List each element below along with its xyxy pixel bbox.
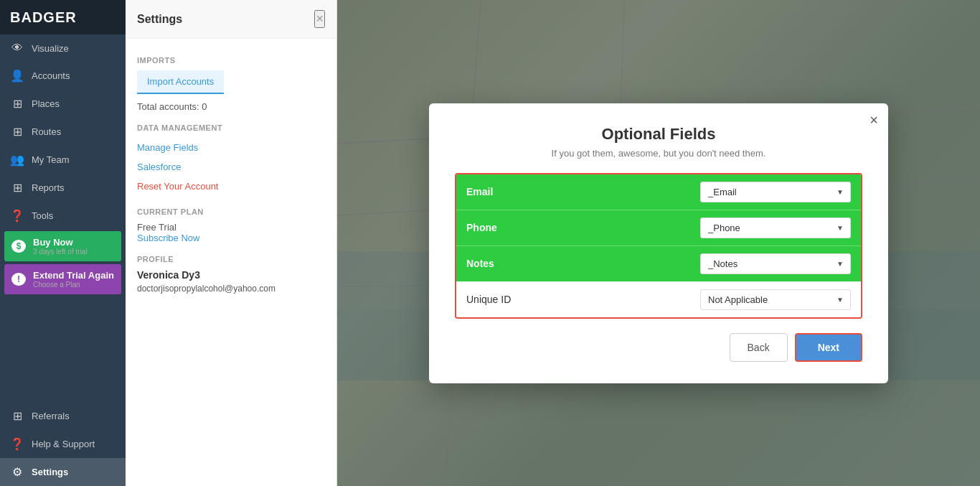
- sidebar-item-extend-trial[interactable]: ! Extend Trial Again Choose a Plan: [4, 264, 121, 294]
- notes-field-label: Notes: [466, 258, 700, 269]
- modal-close-button[interactable]: ×: [870, 112, 878, 128]
- current-plan-title: CURRENT PLAN: [137, 207, 325, 216]
- sidebar-item-label: Tools: [32, 210, 116, 221]
- total-accounts: Total accounts: 0: [137, 101, 325, 112]
- data-management-section: DATA MANAGEMENT Manage Fields Salesforce…: [137, 123, 325, 196]
- buy-now-sublabel: 3 days left of trial: [33, 248, 88, 256]
- buy-now-label: Buy Now: [33, 237, 88, 248]
- reset-account-link[interactable]: Reset Your Account: [137, 177, 325, 196]
- plan-name: Free Trial: [137, 222, 325, 233]
- data-management-title: DATA MANAGEMENT: [137, 123, 325, 132]
- optional-fields-modal: × Optional Fields If you got them, aweso…: [429, 103, 888, 383]
- modal-title: Optional Fields: [455, 125, 862, 144]
- unique-id-field-label: Unique ID: [466, 294, 700, 305]
- imports-section: IMPORTS Import Accounts Total accounts: …: [137, 56, 325, 112]
- map-background: × Optional Fields If you got them, aweso…: [337, 0, 980, 486]
- places-icon: ⊞: [10, 97, 24, 111]
- settings-panel: Settings × IMPORTS Import Accounts Total…: [126, 0, 337, 486]
- sidebar-item-my-team[interactable]: 👥 My Team: [0, 146, 126, 174]
- phone-select-wrapper: _Phone Phone None: [700, 218, 851, 238]
- email-select[interactable]: _Email Email None: [700, 182, 851, 202]
- sidebar-item-label: Referrals: [32, 411, 116, 421]
- sidebar-item-help-support[interactable]: ❓ Help & Support: [0, 430, 126, 458]
- buy-now-content: Buy Now 3 days left of trial: [33, 237, 88, 256]
- unique-id-field-row: Unique ID Not Applicable ID None: [456, 281, 861, 317]
- sidebar-item-visualize[interactable]: 👁 Visualize: [0, 34, 126, 62]
- fields-container: Email _Email Email None Phone: [455, 173, 862, 319]
- salesforce-link[interactable]: Salesforce: [137, 157, 325, 177]
- sidebar-item-label: Routes: [32, 126, 116, 137]
- extend-trial-sublabel: Choose a Plan: [33, 281, 114, 289]
- buy-now-icon: $: [11, 240, 26, 253]
- help-icon: ❓: [10, 437, 24, 451]
- profile-title: PROFILE: [137, 255, 325, 263]
- unique-id-select[interactable]: Not Applicable ID None: [700, 289, 851, 310]
- notes-select-wrapper: _Notes Notes None: [700, 253, 851, 274]
- settings-panel-title: Settings: [137, 13, 182, 26]
- profile-email: doctorjisopropylalcohol@yahoo.com: [137, 284, 325, 294]
- settings-body: IMPORTS Import Accounts Total accounts: …: [126, 39, 336, 312]
- extend-trial-content: Extend Trial Again Choose a Plan: [33, 270, 114, 289]
- back-button[interactable]: Back: [730, 333, 788, 362]
- modal-backdrop: × Optional Fields If you got them, aweso…: [337, 0, 980, 486]
- phone-field-row: Phone _Phone Phone None: [456, 210, 861, 246]
- sidebar-item-buy-now[interactable]: $ Buy Now 3 days left of trial: [4, 231, 121, 261]
- sidebar-item-label: Accounts: [32, 70, 116, 81]
- sidebar: BADGER 👁 Visualize 👤 Accounts ⊞ Places ⊞…: [0, 0, 126, 486]
- subscribe-now-link[interactable]: Subscribe Now: [137, 233, 325, 243]
- sidebar-item-label: Reports: [32, 182, 116, 193]
- import-tabs: Import Accounts: [137, 70, 325, 94]
- accounts-icon: 👤: [10, 69, 24, 83]
- profile-section: PROFILE Veronica Dy3 doctorjisopropylalc…: [137, 255, 325, 294]
- modal-subtitle: If you got them, awesome, but you don't …: [455, 148, 862, 159]
- referrals-icon: ⊞: [10, 409, 24, 423]
- notes-field-row: Notes _Notes Notes None: [456, 246, 861, 281]
- imports-title: IMPORTS: [137, 56, 325, 65]
- phone-field-label: Phone: [466, 222, 700, 233]
- settings-icon: ⚙: [10, 465, 24, 479]
- sidebar-item-tools[interactable]: ❓ Tools: [0, 202, 126, 230]
- extend-trial-icon: !: [11, 273, 26, 286]
- logo-text: BADGER: [10, 9, 77, 26]
- sidebar-item-label: Help & Support: [32, 439, 116, 449]
- sidebar-item-reports[interactable]: ⊞ Reports: [0, 174, 126, 202]
- current-plan-section: CURRENT PLAN Free Trial Subscribe Now: [137, 207, 325, 243]
- visualize-icon: 👁: [10, 42, 24, 55]
- reports-icon: ⊞: [10, 181, 24, 195]
- manage-fields-link[interactable]: Manage Fields: [137, 138, 325, 157]
- sidebar-item-referrals[interactable]: ⊞ Referrals: [0, 402, 126, 430]
- sidebar-item-places[interactable]: ⊞ Places: [0, 90, 126, 118]
- main-area: Settings × IMPORTS Import Accounts Total…: [126, 0, 980, 486]
- sidebar-item-accounts[interactable]: 👤 Accounts: [0, 62, 126, 90]
- my-team-icon: 👥: [10, 153, 24, 167]
- import-accounts-tab[interactable]: Import Accounts: [137, 70, 224, 94]
- email-select-wrapper: _Email Email None: [700, 182, 851, 202]
- sidebar-item-routes[interactable]: ⊞ Routes: [0, 118, 126, 146]
- modal-footer: Back Next: [455, 333, 862, 362]
- sidebar-logo: BADGER: [0, 0, 126, 34]
- unique-id-select-wrapper: Not Applicable ID None: [700, 289, 851, 310]
- routes-icon: ⊞: [10, 125, 24, 139]
- sidebar-item-label: Settings: [32, 467, 116, 477]
- settings-close-button[interactable]: ×: [314, 10, 325, 28]
- notes-select[interactable]: _Notes Notes None: [700, 253, 851, 274]
- profile-name: Veronica Dy3: [137, 269, 325, 281]
- sidebar-item-settings[interactable]: ⚙ Settings: [0, 458, 126, 486]
- email-field-label: Email: [466, 186, 700, 197]
- next-button[interactable]: Next: [795, 333, 862, 362]
- settings-header: Settings ×: [126, 0, 336, 39]
- email-field-row: Email _Email Email None: [456, 174, 861, 210]
- sidebar-item-label: Visualize: [32, 43, 116, 54]
- extend-trial-label: Extend Trial Again: [33, 270, 114, 281]
- tools-icon: ❓: [10, 209, 24, 223]
- sidebar-item-label: My Team: [32, 154, 116, 165]
- phone-select[interactable]: _Phone Phone None: [700, 218, 851, 238]
- sidebar-item-label: Places: [32, 98, 116, 109]
